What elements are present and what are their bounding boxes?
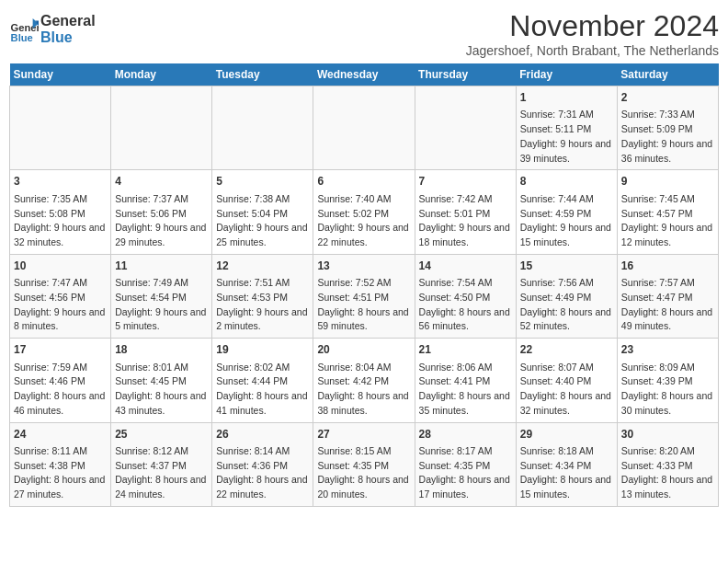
calendar-cell: 14Sunrise: 7:54 AMSunset: 4:50 PMDayligh… [415,254,516,338]
calendar-table: SundayMondayTuesdayWednesdayThursdayFrid… [9,63,719,507]
day-number: 17 [14,342,107,358]
calendar-cell: 15Sunrise: 7:56 AMSunset: 4:49 PMDayligh… [516,254,617,338]
calendar-cell: 17Sunrise: 7:59 AMSunset: 4:46 PMDayligh… [10,339,111,422]
calendar-cell: 9Sunrise: 7:45 AMSunset: 4:57 PMDaylight… [617,170,718,254]
calendar-cell: 2Sunrise: 7:33 AMSunset: 5:09 PMDaylight… [617,86,718,170]
calendar-cell: 28Sunrise: 8:17 AMSunset: 4:35 PMDayligh… [415,422,516,506]
day-info: Sunrise: 7:42 AMSunset: 5:01 PMDaylight:… [419,192,512,250]
calendar-cell: 13Sunrise: 7:52 AMSunset: 4:51 PMDayligh… [313,254,415,338]
day-info: Sunrise: 8:01 AMSunset: 4:45 PMDaylight:… [115,361,208,419]
calendar-cell: 3Sunrise: 7:35 AMSunset: 5:08 PMDaylight… [10,170,111,254]
calendar-cell: 6Sunrise: 7:40 AMSunset: 5:02 PMDaylight… [313,170,415,254]
day-header-monday: Monday [111,63,212,86]
day-number: 7 [419,174,512,190]
calendar-cell: 26Sunrise: 8:14 AMSunset: 4:36 PMDayligh… [212,422,313,506]
day-number: 4 [115,174,208,190]
day-number: 5 [216,174,309,190]
calendar-cell: 11Sunrise: 7:49 AMSunset: 4:54 PMDayligh… [111,254,212,338]
page-header: General Blue General Blue November 2024 … [9,9,719,58]
day-number: 18 [115,342,208,358]
day-number: 6 [317,174,410,190]
day-info: Sunrise: 8:14 AMSunset: 4:36 PMDaylight:… [216,444,309,502]
day-number: 10 [14,259,107,274]
calendar-cell: 16Sunrise: 7:57 AMSunset: 4:47 PMDayligh… [617,254,718,338]
calendar-cell [212,86,313,170]
day-info: Sunrise: 7:51 AMSunset: 4:53 PMDaylight:… [216,276,309,334]
calendar-header-row: SundayMondayTuesdayWednesdayThursdayFrid… [10,63,719,86]
svg-text:Blue: Blue [11,31,33,42]
day-info: Sunrise: 8:15 AMSunset: 4:35 PMDaylight:… [317,444,410,502]
day-header-saturday: Saturday [617,63,718,86]
calendar-cell: 7Sunrise: 7:42 AMSunset: 5:01 PMDaylight… [415,170,516,254]
day-header-wednesday: Wednesday [313,63,415,86]
calendar-cell: 19Sunrise: 8:02 AMSunset: 4:44 PMDayligh… [212,339,313,422]
calendar-week-row: 24Sunrise: 8:11 AMSunset: 4:38 PMDayligh… [10,422,719,506]
day-header-friday: Friday [516,63,617,86]
subtitle: Jagershoef, North Brabant, The Netherlan… [466,43,719,58]
calendar-cell: 4Sunrise: 7:37 AMSunset: 5:06 PMDaylight… [111,170,212,254]
calendar-cell: 1Sunrise: 7:31 AMSunset: 5:11 PMDaylight… [516,86,617,170]
day-info: Sunrise: 8:12 AMSunset: 4:37 PMDaylight:… [115,444,208,502]
day-info: Sunrise: 8:04 AMSunset: 4:42 PMDaylight:… [317,361,410,419]
day-number: 22 [520,342,613,358]
day-info: Sunrise: 7:40 AMSunset: 5:02 PMDaylight:… [317,192,410,250]
day-info: Sunrise: 8:02 AMSunset: 4:44 PMDaylight:… [216,361,309,419]
day-info: Sunrise: 7:54 AMSunset: 4:50 PMDaylight:… [419,276,512,334]
day-header-sunday: Sunday [10,63,111,86]
calendar-cell: 21Sunrise: 8:06 AMSunset: 4:41 PMDayligh… [415,339,516,422]
day-info: Sunrise: 8:18 AMSunset: 4:34 PMDaylight:… [520,444,613,502]
calendar-cell: 29Sunrise: 8:18 AMSunset: 4:34 PMDayligh… [516,422,617,506]
day-number: 30 [621,427,714,442]
day-number: 8 [520,174,613,190]
title-section: November 2024 Jagershoef, North Brabant,… [466,9,719,58]
calendar-cell: 25Sunrise: 8:12 AMSunset: 4:37 PMDayligh… [111,422,212,506]
calendar-cell: 12Sunrise: 7:51 AMSunset: 4:53 PMDayligh… [212,254,313,338]
day-number: 23 [621,342,714,358]
calendar-cell: 22Sunrise: 8:07 AMSunset: 4:40 PMDayligh… [516,339,617,422]
day-number: 12 [216,259,309,274]
day-number: 24 [14,427,107,442]
calendar-cell: 30Sunrise: 8:20 AMSunset: 4:33 PMDayligh… [617,422,718,506]
day-number: 29 [520,427,613,442]
day-number: 11 [115,259,208,274]
day-number: 14 [419,259,512,274]
day-info: Sunrise: 7:59 AMSunset: 4:46 PMDaylight:… [14,361,107,419]
day-info: Sunrise: 8:20 AMSunset: 4:33 PMDaylight:… [621,444,714,502]
day-info: Sunrise: 7:56 AMSunset: 4:49 PMDaylight:… [520,276,613,334]
calendar-week-row: 3Sunrise: 7:35 AMSunset: 5:08 PMDaylight… [10,170,719,254]
day-number: 2 [621,90,714,106]
calendar-cell [415,86,516,170]
day-number: 1 [520,90,613,106]
day-number: 9 [621,174,714,190]
day-info: Sunrise: 7:38 AMSunset: 5:04 PMDaylight:… [216,192,309,250]
calendar-cell: 27Sunrise: 8:15 AMSunset: 4:35 PMDayligh… [313,422,415,506]
day-info: Sunrise: 7:35 AMSunset: 5:08 PMDaylight:… [14,192,107,250]
calendar-cell [313,86,415,170]
day-info: Sunrise: 8:06 AMSunset: 4:41 PMDaylight:… [419,361,512,419]
logo: General Blue General Blue [9,13,96,45]
day-info: Sunrise: 8:11 AMSunset: 4:38 PMDaylight:… [14,444,107,502]
day-info: Sunrise: 7:33 AMSunset: 5:09 PMDaylight:… [621,108,714,166]
day-info: Sunrise: 8:07 AMSunset: 4:40 PMDaylight:… [520,361,613,419]
day-info: Sunrise: 8:17 AMSunset: 4:35 PMDaylight:… [419,444,512,502]
calendar-cell: 8Sunrise: 7:44 AMSunset: 4:59 PMDaylight… [516,170,617,254]
day-number: 20 [317,342,410,358]
day-info: Sunrise: 8:09 AMSunset: 4:39 PMDaylight:… [621,361,714,419]
day-number: 25 [115,427,208,442]
day-header-thursday: Thursday [415,63,516,86]
day-info: Sunrise: 7:45 AMSunset: 4:57 PMDaylight:… [621,192,714,250]
day-number: 16 [621,259,714,274]
day-number: 26 [216,427,309,442]
calendar-cell: 5Sunrise: 7:38 AMSunset: 5:04 PMDaylight… [212,170,313,254]
calendar-week-row: 1Sunrise: 7:31 AMSunset: 5:11 PMDaylight… [10,86,719,170]
day-number: 27 [317,427,410,442]
calendar-week-row: 10Sunrise: 7:47 AMSunset: 4:56 PMDayligh… [10,254,719,338]
calendar-week-row: 17Sunrise: 7:59 AMSunset: 4:46 PMDayligh… [10,339,719,422]
day-info: Sunrise: 7:37 AMSunset: 5:06 PMDaylight:… [115,192,208,250]
day-info: Sunrise: 7:47 AMSunset: 4:56 PMDaylight:… [14,276,107,334]
day-number: 21 [419,342,512,358]
calendar-cell: 10Sunrise: 7:47 AMSunset: 4:56 PMDayligh… [10,254,111,338]
calendar-cell: 23Sunrise: 8:09 AMSunset: 4:39 PMDayligh… [617,339,718,422]
day-info: Sunrise: 7:57 AMSunset: 4:47 PMDaylight:… [621,276,714,334]
day-info: Sunrise: 7:52 AMSunset: 4:51 PMDaylight:… [317,276,410,334]
